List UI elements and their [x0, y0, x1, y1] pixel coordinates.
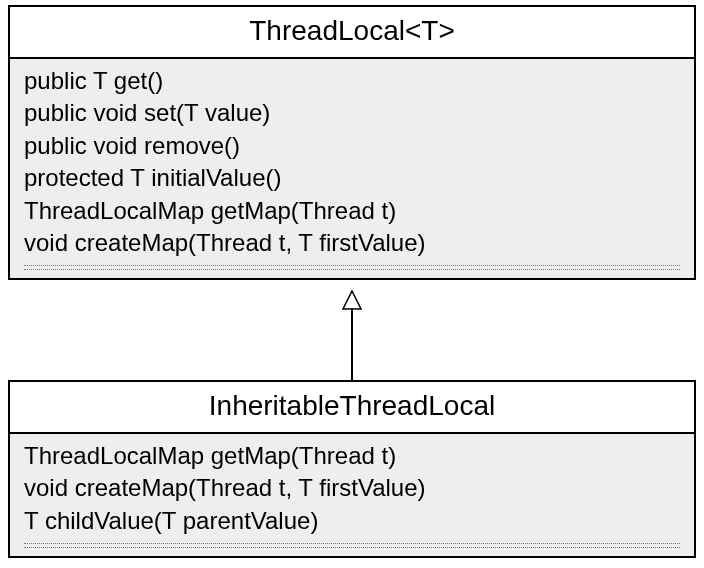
class-title: ThreadLocal<T> — [10, 7, 694, 59]
method-line: void createMap(Thread t, T firstValue) — [24, 472, 680, 504]
threadlocal-class-box: ThreadLocal<T> public T get() public voi… — [8, 5, 696, 280]
inheritance-arrow-icon — [342, 290, 362, 310]
class-body: public T get() public void set(T value) … — [10, 59, 694, 278]
method-line: ThreadLocalMap getMap(Thread t) — [24, 440, 680, 472]
method-line: ThreadLocalMap getMap(Thread t) — [24, 195, 680, 227]
method-line: public T get() — [24, 65, 680, 97]
compartment-divider — [24, 547, 680, 548]
class-body: ThreadLocalMap getMap(Thread t) void cre… — [10, 434, 694, 556]
inheritance-line — [351, 308, 353, 380]
compartment-divider — [24, 265, 680, 266]
compartment-divider — [24, 269, 680, 270]
svg-marker-0 — [343, 291, 361, 309]
class-title: InheritableThreadLocal — [10, 382, 694, 434]
compartment-divider — [24, 543, 680, 544]
method-line: void createMap(Thread t, T firstValue) — [24, 227, 680, 259]
method-line: protected T initialValue() — [24, 162, 680, 194]
method-line: T childValue(T parentValue) — [24, 505, 680, 537]
inheritablethreadlocal-class-box: InheritableThreadLocal ThreadLocalMap ge… — [8, 380, 696, 558]
method-line: public void set(T value) — [24, 97, 680, 129]
method-line: public void remove() — [24, 130, 680, 162]
